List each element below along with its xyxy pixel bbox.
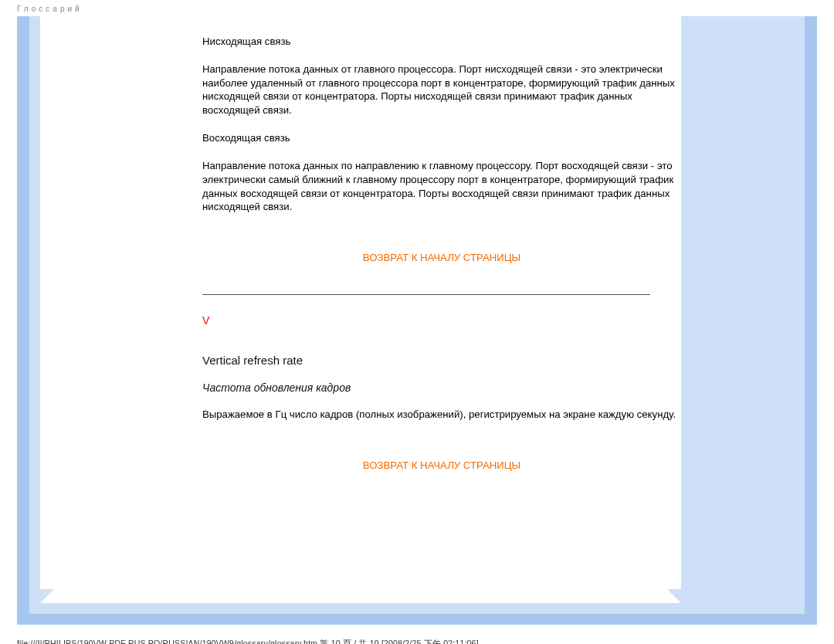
mid-frame: Нисходящая связь Направление потока данн… — [29, 16, 805, 614]
back-to-top-link[interactable]: ВОЗВРАТ К НАЧАЛУ СТРАНИЦЫ — [363, 459, 520, 471]
term-upstream-body: Направление потока данных по направлению… — [202, 159, 681, 228]
term-downstream-body: Направление потока данных от главного пр… — [202, 63, 681, 131]
content-column: Нисходящая связь Направление потока данн… — [202, 16, 681, 502]
corner-bottom-left — [40, 589, 54, 603]
back-to-top-link[interactable]: ВОЗВРАТ К НАЧАЛУ СТРАНИЦЫ — [363, 252, 520, 263]
term-vertical-refresh-desc: Выражаемое в Гц число кадров (полных изо… — [202, 408, 681, 436]
footer-file-path: file:///I|/PHILIPS/190VW PDF RUS PO/RUSS… — [0, 625, 834, 644]
mid-frame-pad — [29, 603, 805, 614]
back-to-top-block-1: ВОЗВРАТ К НАЧАЛУ СТРАНИЦЫ — [202, 228, 681, 294]
term-upstream-title: Восходящая связь — [202, 131, 681, 159]
outer-frame-pad — [17, 614, 817, 625]
page-header-title: Глоссарий — [0, 0, 834, 16]
section-divider — [202, 294, 650, 295]
corner-bottom-right — [667, 589, 681, 603]
section-letter-v: V — [202, 314, 681, 353]
term-vertical-refresh-en: Vertical refresh rate — [202, 353, 681, 381]
page-sheet: Нисходящая связь Направление потока данн… — [40, 16, 681, 603]
back-to-top-block-2: ВОЗВРАТ К НАЧАЛУ СТРАНИЦЫ — [202, 436, 681, 502]
term-downstream-title: Нисходящая связь — [202, 35, 681, 63]
term-vertical-refresh-ru: Частота обновления кадров — [202, 381, 681, 408]
outer-frame: Нисходящая связь Направление потока данн… — [17, 16, 817, 625]
